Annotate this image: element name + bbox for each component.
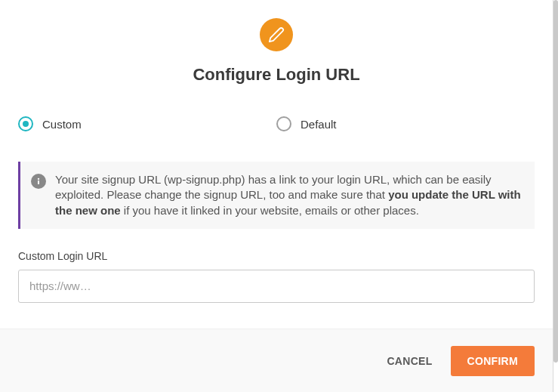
notice-text-part2: if you have it linked in your website, e…: [121, 204, 419, 217]
radio-dot-icon: [23, 121, 29, 127]
info-icon: [31, 174, 46, 189]
radio-option-custom[interactable]: Custom: [18, 116, 276, 131]
radio-label-default: Default: [301, 118, 337, 131]
svg-point-0: [38, 178, 39, 180]
header-icon-wrap: [18, 18, 535, 51]
radio-label-custom: Custom: [42, 118, 82, 131]
custom-login-url-label: Custom Login URL: [18, 250, 535, 262]
pencil-icon: [260, 18, 293, 51]
radio-icon: [18, 116, 33, 131]
configure-login-url-modal: Configure Login URL Custom Default: [0, 0, 553, 392]
scrollbar-thumb[interactable]: [553, 0, 558, 363]
radio-icon: [276, 116, 291, 131]
modal-content: Configure Login URL Custom Default: [0, 0, 553, 329]
cancel-button[interactable]: CANCEL: [387, 355, 432, 367]
scrollbar-track[interactable]: [553, 0, 558, 392]
confirm-button[interactable]: CONFIRM: [451, 346, 535, 376]
radio-option-default[interactable]: Default: [276, 116, 535, 131]
info-notice: Your site signup URL (wp-signup.php) has…: [18, 162, 535, 229]
svg-rect-1: [38, 181, 39, 184]
modal-title: Configure Login URL: [18, 65, 535, 85]
notice-text: Your site signup URL (wp-signup.php) has…: [55, 172, 521, 218]
modal-footer: CANCEL CONFIRM: [0, 329, 553, 392]
url-type-radio-group: Custom Default: [18, 116, 535, 131]
custom-login-url-input[interactable]: [18, 270, 535, 303]
